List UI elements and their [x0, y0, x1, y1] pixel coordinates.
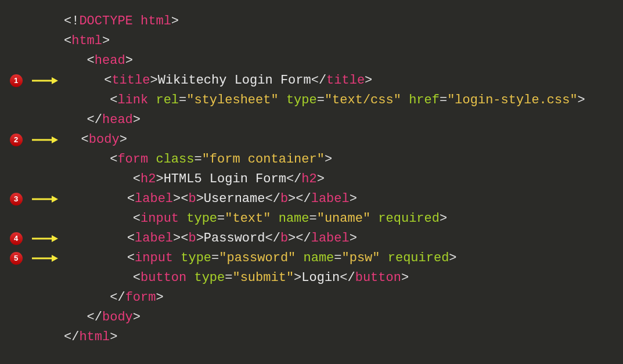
- token-tag: form: [125, 290, 156, 305]
- token-punct: </: [311, 73, 326, 88]
- token-str: "submit": [232, 271, 294, 285]
- token-punct: [271, 211, 278, 226]
- token-text: Password: [204, 231, 265, 246]
- token-punct: </: [296, 192, 311, 206]
- token-attr: required: [378, 211, 440, 226]
- arrow-icon: [32, 195, 58, 203]
- token-punct: >: [173, 231, 181, 246]
- code-content: <button type="submit">Login</button>: [58, 268, 623, 288]
- token-punct: </: [87, 113, 102, 127]
- svg-marker-3: [52, 136, 58, 143]
- token-attr: type: [186, 211, 217, 226]
- code-content: <!DOCTYPE html>: [58, 12, 623, 31]
- token-text: HTML5 Login Form: [164, 172, 286, 186]
- code-content: <input type="text" name="uname" required…: [58, 209, 623, 229]
- annotation-badge: 2: [10, 134, 23, 146]
- code-line: <h2>HTML5 Login Form</h2>: [0, 170, 623, 189]
- token-tag: head: [102, 113, 133, 127]
- token-punct: [148, 152, 156, 167]
- token-punct: >: [288, 192, 296, 206]
- token-tag: body: [102, 310, 133, 325]
- code-line: 3 <label><b>Username</b></label>: [0, 189, 623, 209]
- token-attr: class: [156, 152, 194, 167]
- annotation-badge: 3: [10, 193, 23, 206]
- token-punct: <: [127, 251, 135, 265]
- token-punct: >: [120, 132, 127, 147]
- token-tag: label: [311, 192, 350, 206]
- token-punct: >: [156, 172, 163, 186]
- token-tag: form: [117, 152, 148, 167]
- token-punct: =: [334, 251, 341, 265]
- token-punct: >: [156, 290, 163, 305]
- token-tag: button: [355, 271, 401, 285]
- token-tag: title: [326, 73, 365, 88]
- token-attr: rel: [156, 93, 179, 107]
- token-punct: </: [296, 231, 311, 246]
- code-line: 4 <label><b>Password</b></label>: [0, 229, 623, 248]
- annotation-badge: 5: [10, 252, 23, 265]
- svg-marker-5: [52, 196, 58, 203]
- token-attr: type: [286, 93, 317, 107]
- code-content: <label><b>Username</b></label>: [58, 189, 623, 209]
- code-line: </form>: [0, 288, 623, 308]
- token-punct: >: [133, 310, 141, 325]
- token-punct: >: [440, 211, 447, 226]
- token-tag: input: [135, 251, 173, 265]
- token-punct: </: [286, 172, 301, 186]
- token-punct: </: [87, 310, 102, 325]
- token-punct: >: [133, 113, 141, 127]
- token-punct: <: [87, 53, 95, 68]
- token-punct: =: [309, 211, 317, 226]
- token-punct: =: [217, 211, 225, 226]
- code-line: 2 <body>: [0, 130, 623, 150]
- code-content: <body>: [58, 130, 623, 150]
- token-punct: >: [578, 93, 585, 107]
- code-content: </body>: [58, 308, 623, 327]
- code-line: </body>: [0, 308, 623, 327]
- token-attr: type: [194, 271, 225, 285]
- token-tag: DOCTYPE html: [79, 14, 171, 28]
- token-tag: h2: [141, 172, 156, 186]
- token-str: "password": [219, 251, 296, 265]
- token-str: "text/css": [325, 93, 401, 107]
- token-punct: <: [127, 231, 135, 246]
- code-line: </head>: [0, 110, 623, 130]
- code-line: <link rel="stylesheet" type="text/css" h…: [0, 91, 623, 110]
- token-tag: body: [89, 132, 120, 147]
- token-tag: label: [311, 231, 350, 246]
- token-punct: >: [196, 231, 204, 246]
- token-str: "stylesheet": [186, 93, 278, 107]
- token-punct: =: [440, 93, 447, 107]
- token-punct: <: [133, 271, 141, 285]
- code-content: <html>: [58, 31, 623, 51]
- code-content: </html>: [58, 327, 623, 347]
- code-line: </html>: [0, 327, 623, 347]
- token-punct: >: [102, 34, 110, 48]
- annotation-gutter: 4: [0, 232, 32, 245]
- token-punct: >: [365, 73, 372, 88]
- token-punct: <: [110, 152, 117, 167]
- token-punct: [380, 251, 388, 265]
- code-line: <button type="submit">Login</button>: [0, 268, 623, 288]
- code-line: <head>: [0, 51, 623, 71]
- token-punct: </: [265, 231, 280, 246]
- arrow-icon: [32, 77, 58, 85]
- code-content: <input type="password" name="psw" requir…: [58, 248, 623, 268]
- code-line: <!DOCTYPE html>: [0, 12, 623, 31]
- token-punct: >: [350, 192, 357, 206]
- token-punct: [401, 93, 409, 107]
- token-punct: >: [173, 192, 181, 206]
- token-punct: <: [81, 132, 89, 147]
- code-line: 5 <input type="password" name="psw" requ…: [0, 248, 623, 268]
- token-punct: [173, 251, 181, 265]
- token-punct: >: [150, 73, 157, 88]
- token-punct: </: [265, 192, 280, 206]
- token-punct: [279, 93, 286, 107]
- token-punct: <: [133, 211, 141, 226]
- token-tag: label: [135, 231, 173, 246]
- token-tag: html: [71, 34, 102, 48]
- token-punct: =: [211, 251, 219, 265]
- annotation-gutter: 5: [0, 252, 32, 265]
- token-str: "text": [225, 211, 271, 226]
- token-tag: b: [188, 192, 196, 206]
